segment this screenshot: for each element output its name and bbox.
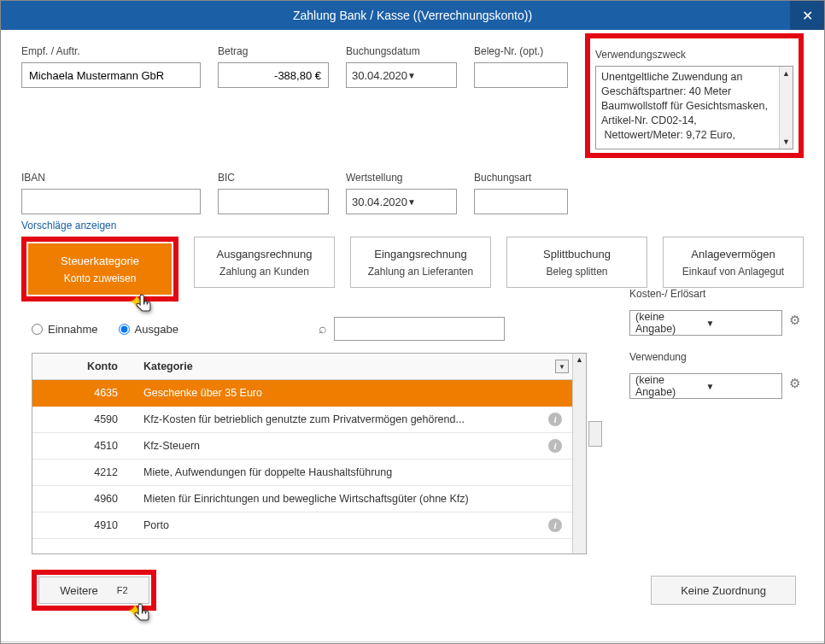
value-date-input[interactable]: 30.04.2020 ▼	[346, 189, 457, 214]
table-row[interactable]: 4960Mieten für Einrichtungen und bewegli…	[32, 486, 572, 512]
cell-konto: 4960	[32, 486, 135, 512]
dropdown-caret-icon[interactable]: ▼	[555, 360, 569, 373]
table-row[interactable]: 4635Geschenke über 35 Euro	[32, 380, 572, 407]
cell-konto: 4635	[32, 380, 135, 407]
scroll-up-icon[interactable]: ▲	[780, 67, 793, 80]
bic-label: BIC	[218, 172, 329, 184]
table-scrollbar[interactable]: ▲	[572, 354, 586, 553]
purpose-textarea[interactable]: Unentgeltliche Zuwendung an Geschäftspar…	[595, 66, 793, 149]
window-title: Zahlung Bank / Kasse ((Verrechnungskonto…	[293, 9, 532, 22]
info-icon[interactable]: i	[548, 413, 562, 426]
cost-type-select[interactable]: (keine Angabe) ▼	[629, 310, 782, 336]
usage-label: Verwendung	[629, 351, 800, 363]
cell-konto: 4590	[32, 407, 135, 433]
scroll-down-icon[interactable]: ▼	[780, 135, 793, 149]
col-kategorie[interactable]: Kategorie ▼	[135, 354, 572, 380]
scrollbar[interactable]: ▲ ▼	[779, 67, 793, 149]
more-button[interactable]: Weitere F2	[38, 577, 149, 604]
recipient-input[interactable]	[21, 62, 201, 88]
iban-input[interactable]	[21, 189, 201, 214]
suggestions-link[interactable]: Vorschläge anzeigen	[21, 220, 804, 231]
receipt-input[interactable]	[474, 62, 568, 88]
income-radio[interactable]: Einnahme	[32, 323, 98, 336]
table-row[interactable]: 4590Kfz-Kosten für betrieblich genutzte …	[32, 407, 572, 433]
booking-date-input[interactable]: 30.04.2020 ▼	[346, 62, 457, 88]
expense-radio[interactable]: Ausgabe	[119, 323, 178, 336]
iban-label: IBAN	[21, 172, 201, 184]
cursor-hand-icon	[132, 602, 155, 628]
cursor-hand-icon	[134, 293, 156, 319]
booking-type-input[interactable]	[474, 189, 568, 214]
cell-kategorie: Mieten für Einrichtungen und bewegliche …	[135, 486, 572, 512]
chevron-down-icon: ▼	[407, 197, 451, 207]
receipt-label: Beleg-Nr. (opt.)	[474, 45, 568, 57]
booking-type-label: Buchungsart	[474, 172, 568, 184]
cell-kategorie: Geschenke über 35 Euro	[135, 380, 572, 407]
chevron-down-icon: ▼	[706, 382, 777, 391]
recipient-label: Empf. / Auftr.	[21, 45, 201, 57]
fixed-assets-button[interactable]: Anlagevermögen Einkauf von Anlagegut	[663, 237, 804, 288]
chevron-down-icon: ▼	[407, 71, 451, 80]
amount-label: Betrag	[218, 45, 329, 57]
incoming-invoice-button[interactable]: Eingangsrechnung Zahlung an Lieferanten	[350, 237, 491, 288]
search-icon: ⌕	[319, 321, 327, 337]
split-booking-button[interactable]: Splittbuchung Beleg splitten	[506, 237, 647, 288]
info-icon[interactable]: i	[548, 518, 562, 532]
table-row[interactable]: 4510Kfz-Steuerni	[32, 433, 572, 460]
cell-kategorie: Kfz-Kosten für betrieblich genutzte zum …	[135, 407, 572, 433]
info-icon[interactable]: i	[548, 439, 562, 453]
table-row[interactable]: 4212Miete, Aufwendungen für doppelte Hau…	[32, 460, 572, 486]
table-row[interactable]: 4910Portoi	[32, 512, 572, 539]
cell-kategorie: Portoi	[135, 512, 572, 539]
cost-type-label: Kosten-/ Erlösart	[629, 288, 800, 300]
amount-input[interactable]	[218, 62, 329, 88]
close-button[interactable]: ✕	[790, 1, 824, 30]
cell-kategorie: Kfz-Steuerni	[135, 433, 572, 460]
cell-konto: 4510	[32, 433, 135, 460]
outgoing-invoice-button[interactable]: Ausgangsrechnung Zahlung an Kunden	[194, 237, 335, 288]
booking-date-label: Buchungsdatum	[346, 45, 457, 57]
value-date-label: Wertstellung	[346, 172, 457, 184]
usage-select[interactable]: (keine Angabe) ▼	[629, 373, 782, 399]
cell-konto: 4910	[32, 512, 135, 539]
gear-icon[interactable]: ⚙	[789, 376, 800, 391]
bic-input[interactable]	[218, 189, 329, 214]
cell-konto: 4212	[32, 460, 135, 486]
search-input[interactable]	[334, 317, 505, 341]
scroll-up-icon[interactable]: ▲	[573, 355, 586, 369]
purpose-label: Verwendungszweck	[595, 49, 793, 61]
category-table: Konto Kategorie ▼ 4635Geschenke über 35 …	[32, 353, 587, 554]
gear-icon[interactable]: ⚙	[789, 313, 800, 328]
col-konto[interactable]: Konto	[32, 354, 135, 380]
extra-dropdown-button[interactable]	[588, 421, 602, 447]
no-assignment-button[interactable]: Keine Zuordnung	[651, 576, 796, 605]
titlebar: Zahlung Bank / Kasse ((Verrechnungskonto…	[1, 1, 824, 30]
chevron-down-icon: ▼	[706, 319, 777, 328]
cell-kategorie: Miete, Aufwendungen für doppelte Haushal…	[135, 460, 572, 486]
tax-category-button[interactable]: Steuerkategorie Konto zuweisen	[28, 243, 172, 295]
